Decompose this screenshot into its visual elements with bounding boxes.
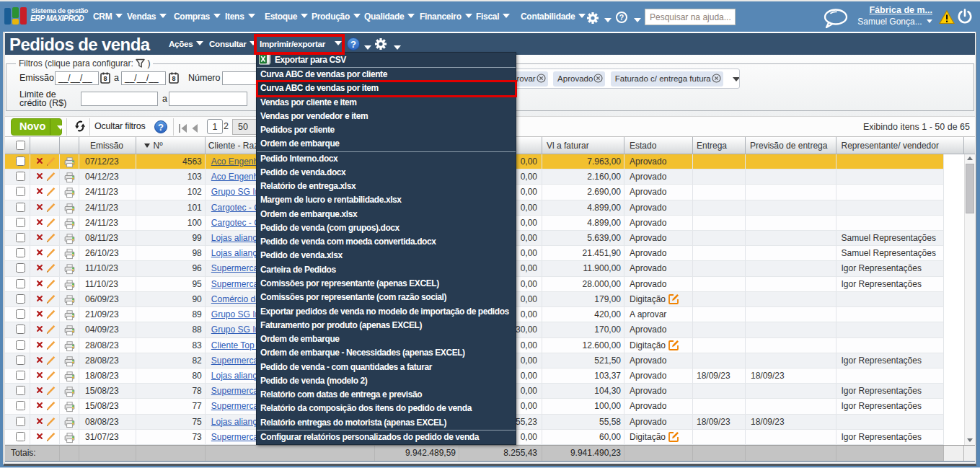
svg-text:8: 8 xyxy=(103,75,107,82)
svg-text:8: 8 xyxy=(172,75,175,82)
